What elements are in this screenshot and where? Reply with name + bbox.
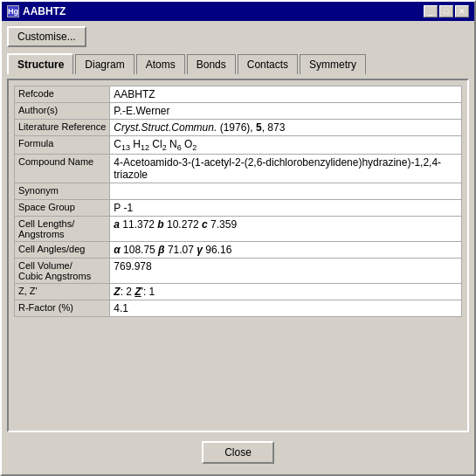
lit-ref-value: Cryst.Struct.Commun. (1976), 5, 873 — [110, 120, 462, 136]
title-bar-buttons: _ □ ✕ — [424, 5, 469, 17]
table-row: Compound Name 4-Acetoamido-3-(1-acetyl-2… — [15, 155, 462, 183]
refcode-label: Refcode — [15, 86, 110, 103]
tab-bonds[interactable]: Bonds — [187, 54, 236, 74]
cell-lengths-label: Cell Lengths/Angstroms — [15, 217, 110, 242]
tab-structure[interactable]: Structure — [7, 53, 73, 74]
customise-button[interactable]: Customise... — [7, 26, 86, 47]
table-row: Z, Z' Z: 2 Z': 1 — [15, 284, 462, 300]
synonym-label: Synonym — [15, 183, 110, 200]
table-row: Cell Lengths/Angstroms a 11.372 b 10.272… — [15, 217, 462, 242]
table-row: Space Group P -1 — [15, 200, 462, 217]
minimize-button[interactable]: _ — [424, 5, 438, 17]
footer: Close — [7, 438, 469, 469]
refcode-value: AABHTZ — [110, 86, 462, 103]
compound-name-value: 4-Acetoamido-3-(1-acetyl-2-(2,6-dichloro… — [110, 155, 462, 183]
table-row: Author(s) P.-E.Werner — [15, 103, 462, 120]
cell-volume-label: Cell Volume/Cubic Angstroms — [15, 259, 110, 284]
tab-contacts[interactable]: Contacts — [238, 54, 298, 74]
close-button[interactable]: ✕ — [455, 5, 469, 17]
structure-table: Refcode AABHTZ Author(s) P.-E.Werner Lit… — [14, 86, 462, 317]
table-row: Literature Reference Cryst.Struct.Commun… — [15, 120, 462, 136]
formula-label: Formula — [15, 136, 110, 155]
lit-ref-label: Literature Reference — [15, 120, 110, 136]
authors-label: Author(s) — [15, 103, 110, 120]
space-group-value: P -1 — [110, 200, 462, 217]
z-zprime-label: Z, Z' — [15, 284, 110, 300]
title-bar: Hg AABHTZ _ □ ✕ — [2, 2, 474, 21]
authors-value: P.-E.Werner — [110, 103, 462, 120]
content-area: Refcode AABHTZ Author(s) P.-E.Werner Lit… — [7, 79, 469, 432]
main-window: Hg AABHTZ _ □ ✕ Customise... Structure D… — [0, 0, 476, 476]
maximize-button[interactable]: □ — [439, 5, 453, 17]
r-factor-value: 4.1 — [110, 300, 462, 317]
cell-volume-value: 769.978 — [110, 259, 462, 284]
z-zprime-value: Z: 2 Z': 1 — [110, 284, 462, 300]
compound-name-label: Compound Name — [15, 155, 110, 183]
synonym-value — [110, 183, 462, 200]
table-row: Synonym — [15, 183, 462, 200]
r-factor-label: R-Factor (%) — [15, 300, 110, 317]
close-dialog-button[interactable]: Close — [202, 441, 274, 464]
app-icon: Hg — [7, 5, 19, 17]
cell-angles-value: α 108.75 β 71.07 γ 96.16 — [110, 242, 462, 259]
table-row: Refcode AABHTZ — [15, 86, 462, 103]
space-group-label: Space Group — [15, 200, 110, 217]
table-row: R-Factor (%) 4.1 — [15, 300, 462, 317]
title-bar-left: Hg AABHTZ — [7, 5, 66, 17]
tab-atoms[interactable]: Atoms — [136, 54, 185, 74]
formula-value: C13 H12 Cl2 N6 O2 — [110, 136, 462, 155]
window-title: AABHTZ — [23, 5, 66, 17]
tab-diagram[interactable]: Diagram — [75, 54, 134, 74]
window-body: Customise... Structure Diagram Atoms Bon… — [2, 21, 474, 474]
cell-lengths-value: a 11.372 b 10.272 c 7.359 — [110, 217, 462, 242]
table-row: Cell Angles/deg α 108.75 β 71.07 γ 96.16 — [15, 242, 462, 259]
table-row: Formula C13 H12 Cl2 N6 O2 — [15, 136, 462, 155]
toolbar: Customise... — [7, 26, 469, 47]
tab-symmetry[interactable]: Symmetry — [300, 54, 366, 74]
table-row: Cell Volume/Cubic Angstroms 769.978 — [15, 259, 462, 284]
cell-angles-label: Cell Angles/deg — [15, 242, 110, 259]
tab-bar: Structure Diagram Atoms Bonds Contacts S… — [7, 52, 469, 73]
